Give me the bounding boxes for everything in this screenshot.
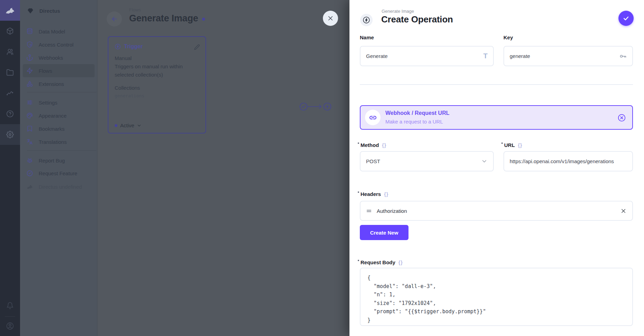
project-name: Directus xyxy=(39,8,60,14)
remove-header-button[interactable] xyxy=(620,208,627,214)
status-dot xyxy=(115,124,117,127)
header-name-input[interactable]: Authorization xyxy=(377,208,620,214)
close-icon xyxy=(327,15,334,21)
braces-icon: {} xyxy=(382,142,386,148)
url-input[interactable]: https://api.openai.com/v1/images/generat… xyxy=(503,151,633,171)
bug-icon xyxy=(26,157,33,164)
arrow-left-icon xyxy=(111,16,118,22)
back-button[interactable] xyxy=(107,11,122,27)
drawer-context: Generate Image xyxy=(382,9,414,14)
operation-type-description: Make a request to a URL xyxy=(385,119,443,125)
help-icon xyxy=(6,110,14,118)
sidebar-item-bookmarks[interactable]: Bookmarks xyxy=(23,122,95,135)
category-icon xyxy=(26,80,33,87)
name-input[interactable]: Generate T xyxy=(360,46,494,66)
request-body-editor[interactable]: { "model": "dall-e-3", "n": 1, "size": "… xyxy=(360,268,633,326)
method-label: Method {} xyxy=(358,142,386,148)
flow-connector[interactable] xyxy=(299,102,332,111)
key-input[interactable]: generate xyxy=(503,46,633,66)
key-icon xyxy=(619,52,627,60)
request-body-label: Request Body {} xyxy=(358,259,403,265)
user-circle-icon xyxy=(6,322,14,330)
url-label: URL {} xyxy=(501,142,522,148)
module-content[interactable] xyxy=(0,21,20,41)
x-circle-icon xyxy=(617,113,626,122)
settings-icon xyxy=(6,131,14,138)
trigger-description: Triggers on manual run within selected c… xyxy=(115,62,201,79)
module-insights[interactable] xyxy=(0,83,20,103)
palette-icon xyxy=(26,112,33,119)
module-files[interactable] xyxy=(0,62,20,83)
unsaved-changes-dot xyxy=(202,18,205,21)
check-icon xyxy=(623,15,629,22)
sidebar-item-webhooks[interactable]: Webhooks xyxy=(23,51,95,64)
project-chooser[interactable]: Directus xyxy=(23,4,95,17)
operation-type-card[interactable]: Webhook / Request URL Make a request to … xyxy=(360,105,633,130)
module-settings[interactable] xyxy=(0,124,20,145)
header-row[interactable]: Authorization xyxy=(360,201,633,221)
directus-logo-tile[interactable] xyxy=(0,0,20,21)
flow-status-toggle[interactable]: Active xyxy=(115,122,142,128)
chevron-down-icon xyxy=(137,123,142,128)
bolt-circle-icon xyxy=(363,16,370,24)
module-docs[interactable] xyxy=(0,103,20,124)
flow-canvas: Flows Generate Image Trigger Manual Trig… xyxy=(97,0,349,336)
status-label: Active xyxy=(120,122,134,128)
insights-icon xyxy=(6,89,14,97)
key-label: Key xyxy=(503,34,513,40)
sidebar-item-directus-version[interactable]: Directus undefined xyxy=(23,180,95,193)
rabbit-icon xyxy=(5,5,15,16)
request-body-code[interactable]: { "model": "dall-e-3", "n": 1, "size": "… xyxy=(361,268,632,326)
sidebar-item-settings[interactable]: Settings xyxy=(23,96,95,109)
sidebar-item-extensions[interactable]: Extensions xyxy=(23,77,95,90)
sidebar-item-report-bug[interactable]: Report Bug xyxy=(23,154,95,167)
close-icon xyxy=(620,208,627,214)
nav-divider xyxy=(27,150,96,151)
create-operation-drawer: Generate Image Create Operation Name Key… xyxy=(349,0,644,336)
account-button[interactable] xyxy=(0,316,20,336)
notifications-button[interactable] xyxy=(0,295,20,316)
translate-icon xyxy=(26,138,33,145)
collections-label: Collections xyxy=(115,84,201,92)
users-icon xyxy=(6,48,14,56)
sidebar-item-translations[interactable]: Translations xyxy=(23,135,95,148)
create-new-button[interactable]: Create New xyxy=(360,225,408,240)
sidebar-item-data-model[interactable]: Data Model xyxy=(23,25,95,38)
trigger-card-body: Manual Triggers on manual run within sel… xyxy=(115,54,201,99)
pencil-icon xyxy=(194,44,200,50)
edited-dot xyxy=(358,142,359,144)
edited-dot xyxy=(358,260,359,261)
trigger-card-title: Trigger xyxy=(124,43,143,50)
rabbit-icon xyxy=(26,183,33,190)
method-select[interactable]: POST xyxy=(360,151,494,171)
sidebar-item-access-control[interactable]: Access Control xyxy=(23,38,95,51)
sidebar-item-request-feature[interactable]: Request Feature xyxy=(23,167,95,180)
trigger-type: Manual xyxy=(115,54,201,62)
braces-icon: {} xyxy=(398,260,403,265)
page-title: Generate Image xyxy=(129,13,198,24)
chevron-down-icon xyxy=(481,158,488,165)
save-operation-button[interactable] xyxy=(618,11,634,26)
bolt-circle-icon xyxy=(115,43,121,50)
module-users[interactable] xyxy=(0,41,20,62)
anchor-icon xyxy=(26,54,33,61)
name-label: Name xyxy=(360,34,374,40)
database-icon xyxy=(26,28,33,35)
link-icon xyxy=(365,110,381,125)
deselect-operation-type-button[interactable] xyxy=(617,113,626,122)
breadcrumb[interactable]: Flows xyxy=(129,7,141,12)
edit-trigger-button[interactable] xyxy=(194,44,200,50)
resolve-node-icon xyxy=(300,103,307,110)
gem-icon xyxy=(27,7,34,14)
sidebar-item-appearance[interactable]: Appearance xyxy=(23,109,95,122)
shield-lock-icon xyxy=(26,41,33,48)
edited-dot xyxy=(358,191,359,193)
nav-sidebar: Directus Data Model Access Control Webho… xyxy=(20,0,97,336)
section-divider xyxy=(360,84,633,85)
drag-handle-icon[interactable] xyxy=(366,208,372,214)
module-bar xyxy=(0,0,20,336)
sidebar-item-flows[interactable]: Flows xyxy=(23,64,95,77)
close-drawer-button[interactable] xyxy=(323,11,338,26)
page-title-row: Generate Image xyxy=(129,13,205,24)
trigger-card[interactable]: Trigger Manual Triggers on manual run wi… xyxy=(108,36,206,134)
